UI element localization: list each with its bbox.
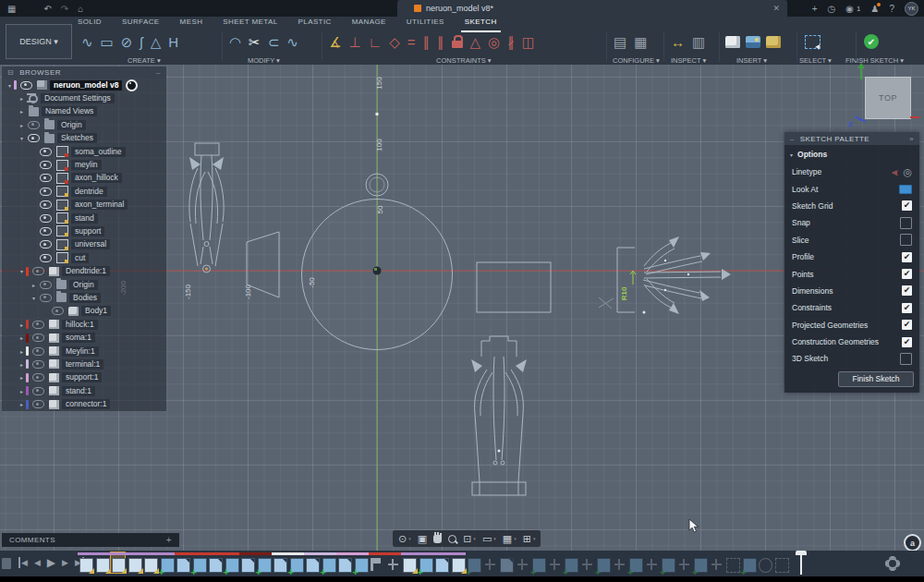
trim-icon[interactable]: ✂ (249, 35, 261, 49)
visibility-eye-icon[interactable] (32, 387, 44, 395)
centerline-linetype-icon[interactable]: ⪡ (892, 166, 897, 178)
display-settings-icon[interactable]: ▭▾ (482, 533, 496, 545)
browser-row-support-1[interactable]: ▸support:1 (2, 371, 166, 384)
checkbox-checked[interactable]: ✔ (902, 303, 912, 313)
visibility-eye-icon[interactable] (40, 188, 52, 196)
checkbox-checked[interactable]: ✔ (902, 285, 912, 296)
timeline-feature-frame[interactable] (725, 552, 739, 573)
palette-more-icon[interactable]: » (909, 135, 914, 143)
offset-icon[interactable]: ⊂ (268, 35, 280, 49)
timeline-feature-move[interactable] (386, 552, 400, 573)
visibility-eye-icon[interactable] (40, 214, 52, 223)
browser-row-soma-1[interactable]: ▸soma:1 (2, 331, 166, 344)
timeline-feature-extrude[interactable] (257, 552, 271, 573)
visibility-eye-icon[interactable] (40, 200, 52, 209)
checkbox-unchecked[interactable] (900, 234, 912, 246)
group-label-select-[interactable]: SELECT ▾ (799, 56, 832, 65)
browser-item-label[interactable]: Origin (69, 280, 98, 290)
arc-icon[interactable]: ʃ (140, 35, 142, 49)
browser-item-label[interactable]: axon_hillock (71, 173, 122, 183)
add-comment-icon[interactable]: + (166, 535, 172, 545)
home-icon[interactable]: ⌂ (78, 4, 83, 14)
browser-row-universal[interactable]: universal (2, 238, 166, 251)
timeline-feature-doc[interactable] (240, 552, 254, 573)
ribbon-tab-sheet-metal[interactable]: SHEET METAL (223, 18, 277, 30)
chevron-icon[interactable]: ▸ (18, 401, 26, 407)
timeline-left-icon[interactable] (2, 558, 11, 569)
fillet-icon[interactable]: ◠ (229, 35, 241, 49)
extend-icon[interactable]: ∿ (286, 35, 298, 49)
finish-sketch-button[interactable]: Finish Sketch (838, 371, 914, 387)
browser-item-label[interactable]: Meylin:1 (62, 346, 99, 357)
ribbon-tab-utilities[interactable]: UTILITIES (407, 18, 444, 30)
timeline-feature-sketch[interactable] (451, 552, 465, 573)
browser-item-label[interactable]: meylin (71, 160, 102, 170)
history-icon[interactable]: ◷ (828, 4, 836, 14)
browser-item-label[interactable]: soma:1 (62, 333, 95, 343)
timeline-feature-doc[interactable] (273, 552, 286, 573)
timeline-feature-extrude[interactable] (467, 552, 480, 573)
group-label-constraints-[interactable]: CONSTRAINTS ▾ (436, 56, 492, 65)
activate-component-icon[interactable] (126, 79, 138, 91)
browser-item-label[interactable]: Bodies (69, 293, 101, 303)
ribbon-tab-sketch[interactable]: SKETCH (465, 18, 497, 30)
chevron-icon[interactable]: ▾ (30, 295, 38, 301)
browser-row-origin[interactable]: ▸Origin (2, 278, 166, 291)
document-tab[interactable]: neruon_model v8* ✕ (397, 0, 787, 17)
browser-row-neruon-model-v8[interactable]: ▾neruon_model v8 (2, 79, 166, 91)
notifications-icon[interactable]: ◉ (845, 4, 854, 14)
axon-terminal-sketch[interactable] (617, 236, 731, 314)
timeline-feature-doc[interactable] (305, 552, 319, 573)
timeline-feature-move[interactable] (516, 552, 529, 573)
timeline-feature-extrude[interactable] (225, 552, 238, 573)
visibility-eye-icon[interactable] (40, 240, 52, 249)
visibility-eye-icon[interactable] (20, 81, 32, 90)
browser-row-dendtride-1[interactable]: ▾Dendtride:1 (2, 264, 166, 277)
comments-bar[interactable]: COMMENTS + (2, 533, 179, 547)
spline-icon[interactable]: ∿ (81, 35, 93, 49)
timeline-feature-extrude[interactable] (564, 552, 578, 573)
ribbon-tab-surface[interactable]: SURFACE (122, 18, 160, 30)
timeline-feature-extrude[interactable] (289, 552, 303, 573)
visibility-eye-icon[interactable] (32, 267, 44, 275)
browser-row-hillock-1[interactable]: ▸hillock:1 (2, 318, 166, 331)
timeline-feature-doc[interactable] (499, 552, 513, 573)
timeline-position-marker[interactable] (795, 551, 808, 575)
group-label-finish-sketch-[interactable]: FINISH SKETCH ▾ (845, 56, 904, 65)
visibility-eye-icon[interactable] (32, 347, 44, 356)
timeline-feature-circle[interactable] (758, 552, 772, 573)
step-forward-icon[interactable]: ▶ (62, 557, 68, 568)
chevron-icon[interactable]: ▾ (18, 135, 26, 141)
dendrite-sketch-left[interactable] (189, 143, 224, 273)
chevron-icon[interactable]: ▸ (18, 108, 26, 115)
browser-row-cut[interactable]: cut (2, 251, 166, 264)
timeline-feature-sketch[interactable] (143, 552, 157, 573)
chevron-icon[interactable]: ▸ (18, 361, 26, 368)
checkbox-checked[interactable]: ✔ (902, 269, 912, 279)
timeline-feature-extrude[interactable] (531, 552, 545, 573)
timeline-feature-doc[interactable] (337, 552, 351, 573)
ribbon-tab-solid[interactable]: SOLID (78, 18, 102, 30)
group-label-modify-[interactable]: MODIFY ▾ (248, 56, 280, 65)
viewports-icon[interactable]: ⊞▾ (523, 533, 536, 545)
visibility-eye-icon[interactable] (32, 400, 44, 408)
collaborate-icon[interactable]: ♟ (870, 4, 879, 14)
browser-item-label[interactable]: dentride (71, 187, 107, 197)
chevron-icon[interactable]: ▾ (18, 268, 26, 274)
checkbox-checked[interactable]: ✔ (902, 320, 912, 330)
look-at-icon[interactable]: ▣ (418, 533, 427, 545)
browser-row-named-views[interactable]: ▸Named Views (2, 105, 166, 118)
group-label-inspect-[interactable]: INSPECT ▾ (671, 56, 706, 65)
step-back-icon[interactable]: ◀ (34, 557, 41, 568)
visibility-eye-icon[interactable] (32, 373, 44, 382)
perpendicular-constraint-icon[interactable]: ∥ (437, 35, 444, 49)
browser-item-label[interactable]: Named Views (42, 106, 97, 116)
timeline-feature-sketch[interactable] (79, 552, 92, 573)
browser-item-label[interactable]: Body1 (81, 306, 111, 316)
midpoint-constraint-icon[interactable]: ◫ (522, 35, 535, 49)
modeling-canvas[interactable]: 150 100 50 -200 -150 -100 -50 (0, 65, 924, 551)
zoom-icon[interactable] (448, 535, 456, 543)
visibility-eye-icon[interactable] (28, 121, 40, 129)
tangent-constraint-icon[interactable]: ◇ (389, 35, 400, 49)
polygon-icon[interactable]: △ (151, 35, 162, 49)
